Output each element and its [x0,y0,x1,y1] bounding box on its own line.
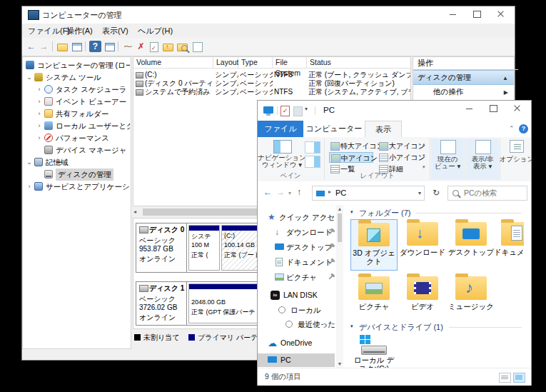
expand-icon[interactable]: › [36,120,43,132]
help-icon[interactable]: ? [89,41,101,52]
list-view-icon[interactable] [191,41,203,52]
expand-icon[interactable]: › [36,108,43,120]
cm-maximize-button[interactable] [465,6,489,22]
expand-icon[interactable]: › [36,96,43,108]
drive-item-local-disk-c[interactable]: ローカル ディ スク (C:) [350,333,398,368]
tree-item-event-viewer[interactable]: › イベント ビューアー [24,96,131,108]
scrollbar-thumb[interactable] [338,213,342,242]
volume-row[interactable]: (C:) シンプル ベーシック NTFS 正常 (ブート, クラッシュ ダンプ,… [133,71,410,79]
preview-pane-button[interactable] [305,141,320,154]
back-icon[interactable]: ← [263,187,272,197]
navigation-pane-button[interactable]: ナビゲーション ウィンドウ ▾ [262,139,302,172]
properties-icon[interactable]: ✓ [148,41,160,52]
medium-icons-button[interactable]: 中アイコン [329,152,373,163]
ex-maximize-button[interactable] [481,101,505,116]
scroll-up-icon[interactable]: ▲ [336,206,343,211]
partition-system-reserved[interactable]: システ 100 M 正常 ( [188,225,220,271]
expand-icon[interactable]: › [36,84,43,96]
details-pane-button[interactable] [305,156,320,168]
console-pane-icon[interactable] [103,41,116,52]
collapse-icon[interactable]: ▲ [502,71,508,85]
quick-access-toolbar-dropdown-icon[interactable]: ▾ [305,106,308,112]
minimize-ribbon-icon[interactable]: ⌃ [509,125,515,132]
forward-icon[interactable]: → [276,187,285,197]
menu-action[interactable]: 操作(A) [66,26,93,36]
tree-item-system-tools[interactable]: ⌄ システム ツール [24,71,131,84]
export-folder-icon[interactable] [56,41,69,52]
nav-recent-saves[interactable]: 最近使った保存 [258,318,335,331]
collapse-icon[interactable]: ▾ [350,209,353,215]
menu-file[interactable]: ファイル(F) [28,26,70,36]
column-header-layout[interactable]: Layout [213,57,238,68]
tree-item-services-applications[interactable]: › サービスとアプリケーション [24,181,131,193]
layout-scroll-down-icon[interactable]: ▾ [423,153,425,159]
nav-local[interactable]: ローカル [258,303,335,317]
expand-icon[interactable]: › [36,132,43,144]
layout-more-icon[interactable]: ▾ [423,164,425,170]
small-icons-button[interactable]: 小アイコン [378,152,419,163]
folder-item-pictures[interactable]: ピクチャ [350,273,398,319]
folder-search-icon[interactable] [176,41,188,52]
ex-close-button[interactable] [505,101,530,116]
group-header-folders[interactable]: ▾ フォルダー (7) [350,208,522,218]
refresh-icon[interactable]: ↻ [429,186,443,201]
layout-scroll-up-icon[interactable]: ▴ [423,141,425,147]
address-dropdown-icon[interactable]: ▾ [418,190,421,196]
new-folder-quick-icon[interactable] [293,106,303,116]
tab-view[interactable]: 表示 [365,121,402,137]
delete-icon[interactable]: ✗ [135,41,147,52]
nav-scrollbar[interactable]: ▲ ▼ [336,205,343,368]
tree-root[interactable]: コンピューターの管理 (ローカル) [24,59,131,71]
back-icon[interactable]: ← [25,41,37,52]
scroll-down-icon[interactable]: ▼ [336,361,343,366]
current-view-button[interactable]: 現在の ビュー ▾ [431,140,464,177]
folder-item-documents[interactable]: ドキュメント [493,219,524,271]
volume-row[interactable]: (ディスク 0 パーティション 3) シンプル ベーシック 正常 (回復パーティ… [133,79,410,88]
explorer-help-icon[interactable]: ? [519,124,528,134]
tree-item-disk-management[interactable]: ディスクの管理 [24,169,131,181]
tree-item-storage[interactable]: ⌄ 記憶域 [24,156,131,169]
console-window-icon[interactable] [71,41,83,52]
tab-file[interactable]: ファイル [258,121,303,137]
folder-item-videos[interactable]: ビデオ [399,273,446,319]
history-dropdown-icon[interactable]: ▾ [288,190,291,196]
tree-item-performance[interactable]: › パフォーマンス [24,132,131,144]
column-header-type[interactable]: Type [238,57,273,68]
nav-pc[interactable]: PC [258,353,335,367]
breadcrumb-pc[interactable]: PC [335,189,346,197]
options-button[interactable]: オプション [501,140,532,177]
forward-icon[interactable]: → [38,41,50,52]
ex-minimize-button[interactable] [457,101,481,116]
breadcrumb[interactable]: ▸ PC ▾ [312,186,425,201]
menu-help[interactable]: ヘルプ(H) [138,26,173,36]
cm-close-button[interactable] [489,6,513,22]
collapse-icon[interactable]: ⌄ [26,156,33,169]
cm-minimize-button[interactable] [440,6,465,22]
column-header-filesystem[interactable]: File System [273,57,307,68]
menu-view[interactable]: 表示(V) [102,26,128,36]
folder-item-3d-objects[interactable]: 3D オブジェクト [350,219,398,271]
collapse-icon[interactable]: ⌄ [26,71,33,84]
extra-large-icons-button[interactable]: 特大アイコン [329,141,376,151]
large-icons-button[interactable]: 大アイコン [378,141,419,151]
nav-onedrive[interactable]: ☁ OneDrive [258,336,335,350]
nav-documents[interactable]: ドキュメント [258,256,335,269]
column-header-status[interactable]: Status [307,57,410,68]
expand-icon[interactable]: › [26,181,33,193]
tree-item-shared-folders[interactable]: › 共有フォルダー [24,108,131,120]
nav-downloads[interactable]: ↓ ダウンロード [258,226,335,239]
nav-desktop[interactable]: デスクトップ [258,241,335,254]
nav-quick-access[interactable]: ★ クイック アクセス [258,211,335,224]
large-icons-view-toggle[interactable] [513,373,525,383]
folder-up-icon[interactable]: ↑ [162,41,174,52]
nav-lan-disk[interactable]: io LAN DISK [258,288,335,302]
tab-computer[interactable]: コンピューター [305,121,363,137]
volume-row[interactable]: システムで予約済み シンプル ベーシック NTFS 正常 (システム, アクティ… [133,88,410,96]
collapse-icon[interactable]: ▾ [350,323,353,329]
properties-quick-icon[interactable]: ✓ [280,106,290,116]
scroll-left-icon[interactable]: ◂ [133,208,136,216]
folder-item-downloads[interactable]: ↓ ダウンロード [399,219,446,271]
actions-disk-management[interactable]: ディスクの管理 ▲ [413,70,514,85]
details-view-toggle[interactable] [499,373,511,383]
show-hide-button[interactable]: 表示/非 表示 ▾ [466,140,499,177]
